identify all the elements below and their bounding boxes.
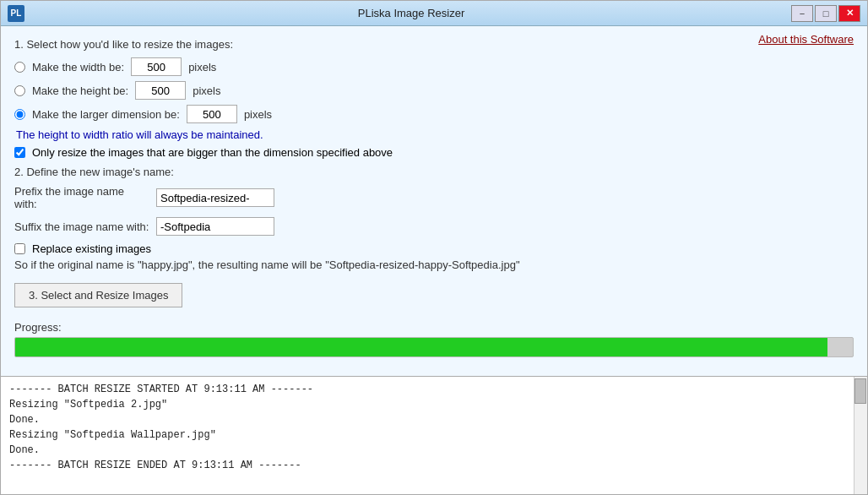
log-line-0: ------- BATCH RESIZE STARTED AT 9:13:11 … <box>9 382 842 397</box>
prefix-input[interactable] <box>156 188 274 207</box>
only-resize-checkbox[interactable] <box>14 147 25 158</box>
log-line-4: Done. <box>9 443 842 458</box>
only-resize-label: Only resize the images that are bigger t… <box>32 146 393 159</box>
prefix-row: Prefix the image name with: <box>14 185 854 210</box>
log-area: ------- BATCH RESIZE STARTED AT 9:13:11 … <box>1 376 867 494</box>
option2-input[interactable] <box>135 81 186 100</box>
log-line-2: Done. <box>9 412 842 427</box>
option3-row: Make the larger dimension be: pixels <box>14 105 854 123</box>
replace-row: Replace existing images <box>14 242 854 255</box>
option1-row: Make the width be: pixels <box>14 57 854 76</box>
option1-pixels: pixels <box>188 61 216 73</box>
option2-radio[interactable] <box>14 85 25 96</box>
option3-label: Make the larger dimension be: <box>32 108 180 121</box>
section1: 1. Select how you'd like to resize the i… <box>14 38 854 159</box>
option3-input[interactable] <box>187 105 237 123</box>
log-line-5: ------- BATCH RESIZE ENDED AT 9:13:11 AM… <box>9 458 842 473</box>
prefix-label: Prefix the image name with: <box>14 185 149 210</box>
section2: 2. Define the new image's name: Prefix t… <box>14 166 854 271</box>
only-resize-row: Only resize the images that are bigger t… <box>14 146 854 159</box>
progress-label: Progress: <box>14 321 854 334</box>
about-link[interactable]: About this Software <box>758 33 854 46</box>
suffix-label: Suffix the image name with: <box>14 220 149 233</box>
replace-label: Replace existing images <box>32 242 151 255</box>
title-bar: PL PLiska Image Resizer − □ ✕ <box>1 1 867 26</box>
main-window: PL PLiska Image Resizer − □ ✕ About this… <box>0 0 868 495</box>
replace-checkbox[interactable] <box>14 243 25 254</box>
close-button[interactable]: ✕ <box>838 5 860 22</box>
select-resize-button[interactable]: 3. Select and Resize Images <box>14 283 182 307</box>
suffix-row: Suffix the image name with: <box>14 217 854 236</box>
option1-radio[interactable] <box>14 62 25 73</box>
window-content: About this Software 1. Select how you'd … <box>1 26 867 494</box>
minimize-button[interactable]: − <box>791 5 813 22</box>
option2-label: Make the height be: <box>32 84 128 97</box>
section2-title: 2. Define the new image's name: <box>14 166 854 178</box>
log-line-3: Resizing "Softpedia Wallpaper.jpg" <box>9 427 842 443</box>
scrollbar-thumb[interactable] <box>854 378 866 404</box>
option1-label: Make the width be: <box>32 61 124 73</box>
scrollbar[interactable] <box>854 377 867 494</box>
option2-pixels: pixels <box>193 84 220 97</box>
option1-input[interactable] <box>131 57 182 76</box>
window-controls: − □ ✕ <box>791 5 860 22</box>
main-area: About this Software 1. Select how you'd … <box>1 26 867 376</box>
log-line-1: Resizing "Softpedia 2.jpg" <box>9 397 842 412</box>
progress-bar-container <box>14 337 854 357</box>
progress-bar-fill <box>15 338 827 356</box>
ratio-note: The height to width ratio will always be… <box>16 128 854 141</box>
example-text: So if the original name is "happy.jpg", … <box>14 258 854 271</box>
section1-title: 1. Select how you'd like to resize the i… <box>14 38 854 51</box>
option2-row: Make the height be: pixels <box>14 81 854 100</box>
suffix-input[interactable] <box>156 217 274 236</box>
restore-button[interactable]: □ <box>815 5 837 22</box>
app-logo: PL <box>8 5 24 22</box>
window-title: PLiska Image Resizer <box>31 7 791 19</box>
option3-radio[interactable] <box>14 109 25 120</box>
option3-pixels: pixels <box>244 108 272 121</box>
